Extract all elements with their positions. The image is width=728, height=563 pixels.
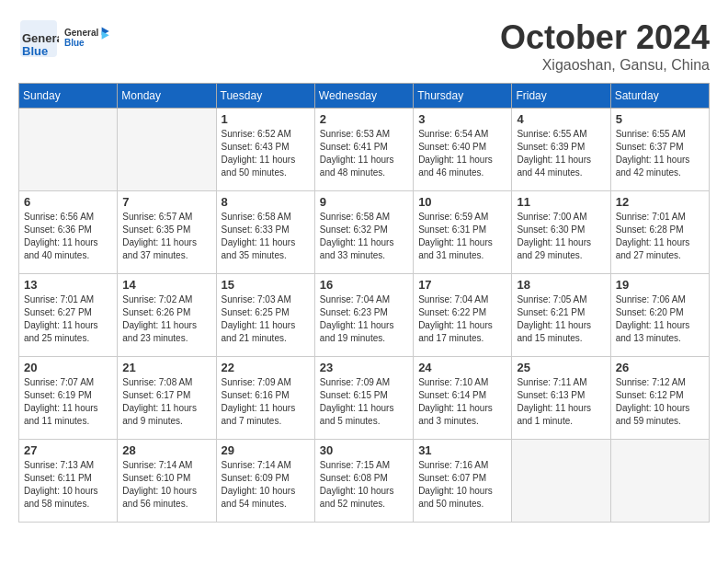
svg-text:General: General: [64, 28, 98, 38]
logo-bird-icon: General Blue: [64, 20, 110, 57]
table-row: 29Sunrise: 7:14 AM Sunset: 6:09 PM Dayli…: [216, 440, 314, 523]
day-info: Sunrise: 7:04 AM Sunset: 6:22 PM Dayligh…: [418, 293, 506, 345]
table-row: 23Sunrise: 7:09 AM Sunset: 6:15 PM Dayli…: [314, 357, 413, 440]
table-row: 15Sunrise: 7:03 AM Sunset: 6:25 PM Dayli…: [216, 274, 314, 357]
table-row: [19, 109, 118, 191]
day-info: Sunrise: 7:05 AM Sunset: 6:21 PM Dayligh…: [517, 293, 605, 345]
table-row: 31Sunrise: 7:16 AM Sunset: 6:07 PM Dayli…: [414, 440, 512, 523]
day-info: Sunrise: 7:13 AM Sunset: 6:11 PM Dayligh…: [24, 459, 112, 511]
day-number: 17: [418, 278, 506, 292]
calendar-week-row: 1Sunrise: 6:52 AM Sunset: 6:43 PM Daylig…: [19, 109, 710, 191]
day-info: Sunrise: 7:08 AM Sunset: 6:17 PM Dayligh…: [122, 376, 210, 428]
table-row: 1Sunrise: 6:52 AM Sunset: 6:43 PM Daylig…: [216, 109, 314, 191]
logo: General Blue General Blue: [18, 18, 110, 59]
day-info: Sunrise: 7:14 AM Sunset: 6:09 PM Dayligh…: [222, 459, 310, 511]
day-info: Sunrise: 7:00 AM Sunset: 6:30 PM Dayligh…: [517, 211, 605, 262]
table-row: 19Sunrise: 7:06 AM Sunset: 6:20 PM Dayli…: [610, 274, 709, 357]
table-row: 11Sunrise: 7:00 AM Sunset: 6:30 PM Dayli…: [512, 191, 610, 274]
day-number: 11: [517, 195, 605, 209]
table-row: 6Sunrise: 6:56 AM Sunset: 6:36 PM Daylig…: [19, 191, 118, 274]
day-number: 8: [222, 195, 310, 209]
table-row: 10Sunrise: 6:59 AM Sunset: 6:31 PM Dayli…: [414, 191, 512, 274]
svg-text:General: General: [22, 31, 59, 45]
day-info: Sunrise: 7:02 AM Sunset: 6:26 PM Dayligh…: [122, 293, 210, 345]
day-info: Sunrise: 6:56 AM Sunset: 6:36 PM Dayligh…: [24, 211, 112, 262]
day-info: Sunrise: 7:10 AM Sunset: 6:14 PM Dayligh…: [418, 376, 506, 428]
header-saturday: Saturday: [610, 84, 709, 109]
header-tuesday: Tuesday: [216, 84, 314, 109]
table-row: 12Sunrise: 7:01 AM Sunset: 6:28 PM Dayli…: [610, 191, 709, 274]
calendar-week-row: 27Sunrise: 7:13 AM Sunset: 6:11 PM Dayli…: [19, 440, 710, 523]
day-info: Sunrise: 7:09 AM Sunset: 6:15 PM Dayligh…: [320, 376, 408, 428]
day-number: 12: [616, 195, 704, 209]
table-row: 8Sunrise: 6:58 AM Sunset: 6:33 PM Daylig…: [216, 191, 314, 274]
day-info: Sunrise: 6:54 AM Sunset: 6:40 PM Dayligh…: [418, 128, 506, 179]
table-row: 3Sunrise: 6:54 AM Sunset: 6:40 PM Daylig…: [414, 109, 512, 191]
day-info: Sunrise: 6:59 AM Sunset: 6:31 PM Dayligh…: [418, 211, 506, 262]
table-row: [118, 109, 216, 191]
day-number: 3: [418, 112, 506, 126]
table-row: 26Sunrise: 7:12 AM Sunset: 6:12 PM Dayli…: [610, 357, 709, 440]
day-number: 2: [320, 112, 408, 126]
day-number: 1: [222, 112, 310, 126]
day-number: 30: [320, 443, 408, 457]
day-number: 4: [517, 112, 605, 126]
table-row: 2Sunrise: 6:53 AM Sunset: 6:41 PM Daylig…: [314, 109, 413, 191]
day-info: Sunrise: 6:57 AM Sunset: 6:35 PM Dayligh…: [122, 211, 210, 262]
table-row: 9Sunrise: 6:58 AM Sunset: 6:32 PM Daylig…: [314, 191, 413, 274]
day-info: Sunrise: 7:09 AM Sunset: 6:16 PM Dayligh…: [222, 376, 310, 428]
table-row: 24Sunrise: 7:10 AM Sunset: 6:14 PM Dayli…: [414, 357, 512, 440]
table-row: 16Sunrise: 7:04 AM Sunset: 6:23 PM Dayli…: [314, 274, 413, 357]
calendar-week-row: 13Sunrise: 7:01 AM Sunset: 6:27 PM Dayli…: [19, 274, 710, 357]
table-row: 28Sunrise: 7:14 AM Sunset: 6:10 PM Dayli…: [118, 440, 216, 523]
table-row: [512, 440, 610, 523]
day-number: 16: [320, 278, 408, 292]
table-row: 17Sunrise: 7:04 AM Sunset: 6:22 PM Dayli…: [414, 274, 512, 357]
title-block: October 2024 Xigaoshan, Gansu, China: [500, 18, 710, 74]
day-number: 20: [24, 361, 112, 374]
header-monday: Monday: [118, 84, 216, 109]
header-friday: Friday: [512, 84, 610, 109]
day-info: Sunrise: 6:58 AM Sunset: 6:32 PM Dayligh…: [320, 211, 408, 262]
month-title: October 2024: [500, 18, 710, 57]
day-number: 23: [320, 361, 408, 374]
day-info: Sunrise: 6:55 AM Sunset: 6:37 PM Dayligh…: [616, 128, 704, 179]
day-number: 26: [616, 361, 704, 374]
day-info: Sunrise: 6:53 AM Sunset: 6:41 PM Dayligh…: [320, 128, 408, 179]
day-number: 5: [616, 112, 704, 126]
calendar-week-row: 20Sunrise: 7:07 AM Sunset: 6:19 PM Dayli…: [19, 357, 710, 440]
location: Xigaoshan, Gansu, China: [500, 57, 710, 74]
header-sunday: Sunday: [19, 84, 118, 109]
day-number: 9: [320, 195, 408, 209]
page-header: General Blue General Blue October 2024 X…: [18, 18, 710, 74]
svg-text:Blue: Blue: [64, 38, 85, 48]
day-number: 25: [517, 361, 605, 374]
table-row: 14Sunrise: 7:02 AM Sunset: 6:26 PM Dayli…: [118, 274, 216, 357]
day-number: 14: [122, 278, 210, 292]
day-info: Sunrise: 6:55 AM Sunset: 6:39 PM Dayligh…: [517, 128, 605, 179]
day-number: 18: [517, 278, 605, 292]
day-number: 24: [418, 361, 506, 374]
table-row: 7Sunrise: 6:57 AM Sunset: 6:35 PM Daylig…: [118, 191, 216, 274]
table-row: 21Sunrise: 7:08 AM Sunset: 6:17 PM Dayli…: [118, 357, 216, 440]
day-number: 10: [418, 195, 506, 209]
table-row: 30Sunrise: 7:15 AM Sunset: 6:08 PM Dayli…: [314, 440, 413, 523]
day-info: Sunrise: 7:01 AM Sunset: 6:27 PM Dayligh…: [24, 293, 112, 345]
table-row: 22Sunrise: 7:09 AM Sunset: 6:16 PM Dayli…: [216, 357, 314, 440]
day-number: 15: [222, 278, 310, 292]
day-info: Sunrise: 6:58 AM Sunset: 6:33 PM Dayligh…: [222, 211, 310, 262]
day-number: 29: [222, 443, 310, 457]
table-row: 25Sunrise: 7:11 AM Sunset: 6:13 PM Dayli…: [512, 357, 610, 440]
day-number: 21: [122, 361, 210, 374]
table-row: 13Sunrise: 7:01 AM Sunset: 6:27 PM Dayli…: [19, 274, 118, 357]
header-wednesday: Wednesday: [314, 84, 413, 109]
day-info: Sunrise: 7:06 AM Sunset: 6:20 PM Dayligh…: [616, 293, 704, 345]
logo-icon: General Blue: [18, 18, 59, 59]
table-row: 20Sunrise: 7:07 AM Sunset: 6:19 PM Dayli…: [19, 357, 118, 440]
day-info: Sunrise: 7:03 AM Sunset: 6:25 PM Dayligh…: [222, 293, 310, 345]
day-number: 6: [24, 195, 112, 209]
day-info: Sunrise: 7:07 AM Sunset: 6:19 PM Dayligh…: [24, 376, 112, 428]
calendar-table: Sunday Monday Tuesday Wednesday Thursday…: [18, 83, 710, 523]
day-info: Sunrise: 7:15 AM Sunset: 6:08 PM Dayligh…: [320, 459, 408, 511]
table-row: 5Sunrise: 6:55 AM Sunset: 6:37 PM Daylig…: [610, 109, 709, 191]
